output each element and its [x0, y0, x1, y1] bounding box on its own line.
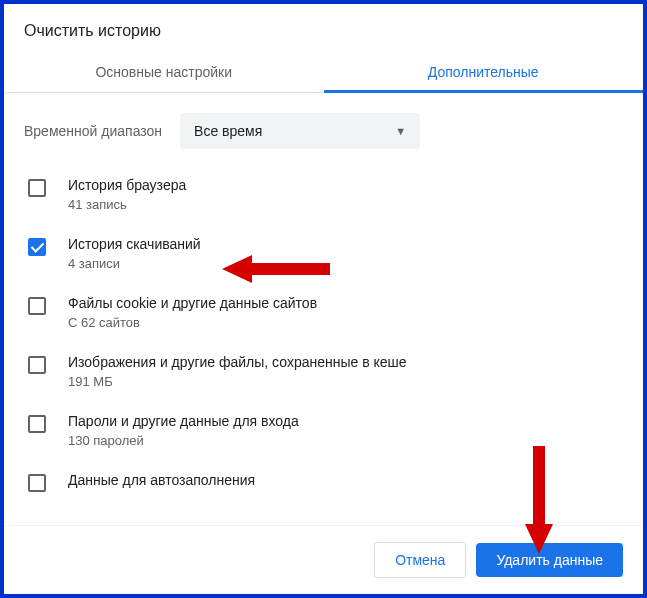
option-title: История браузера — [68, 177, 186, 193]
clear-history-dialog: Очистить историю Основные настройки Допо… — [4, 4, 643, 594]
option-sub: 191 МБ — [68, 374, 407, 389]
dialog-title: Очистить историю — [4, 4, 643, 50]
option-row: Файлы cookie и другие данные сайтов С 62… — [4, 283, 643, 342]
tab-basic[interactable]: Основные настройки — [4, 50, 324, 92]
options-list: История браузера 41 запись История скачи… — [4, 161, 643, 504]
option-sub: 130 паролей — [68, 433, 299, 448]
option-row: История браузера 41 запись — [4, 165, 643, 224]
option-row: Данные для автозаполнения — [4, 460, 643, 504]
tab-advanced[interactable]: Дополнительные — [324, 50, 644, 92]
checkbox-passwords[interactable] — [28, 415, 46, 433]
delete-data-button[interactable]: Удалить данные — [476, 543, 623, 577]
time-range-dropdown[interactable]: Все время ▼ — [180, 113, 420, 149]
checkbox-cached-images[interactable] — [28, 356, 46, 374]
checkbox-browsing-history[interactable] — [28, 179, 46, 197]
tabs: Основные настройки Дополнительные — [4, 50, 643, 93]
option-sub: С 62 сайтов — [68, 315, 317, 330]
option-row: Пароли и другие данные для входа 130 пар… — [4, 401, 643, 460]
option-row: Изображения и другие файлы, сохраненные … — [4, 342, 643, 401]
option-sub: 41 запись — [68, 197, 186, 212]
cancel-button[interactable]: Отмена — [374, 542, 466, 578]
checkbox-cookies[interactable] — [28, 297, 46, 315]
scroll-area[interactable]: Временной диапазон Все время ▼ История б… — [4, 93, 643, 525]
option-sub: 4 записи — [68, 256, 201, 271]
option-title: Изображения и другие файлы, сохраненные … — [68, 354, 407, 370]
time-range-row: Временной диапазон Все время ▼ — [4, 93, 643, 161]
option-title: История скачиваний — [68, 236, 201, 252]
option-title: Файлы cookie и другие данные сайтов — [68, 295, 317, 311]
checkbox-autofill[interactable] — [28, 474, 46, 492]
checkbox-download-history[interactable] — [28, 238, 46, 256]
option-row: История скачиваний 4 записи — [4, 224, 643, 283]
time-range-value: Все время — [194, 123, 262, 139]
option-title: Пароли и другие данные для входа — [68, 413, 299, 429]
time-range-label: Временной диапазон — [24, 123, 162, 139]
option-title: Данные для автозаполнения — [68, 472, 255, 488]
chevron-down-icon: ▼ — [395, 125, 406, 137]
dialog-footer: Отмена Удалить данные — [4, 525, 643, 594]
